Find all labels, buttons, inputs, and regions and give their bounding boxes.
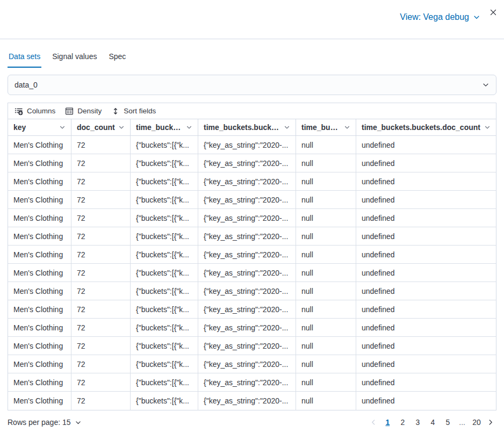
chevron-down-icon[interactable] xyxy=(186,124,192,131)
table-cell[interactable]: undefined xyxy=(356,300,496,318)
tab-spec[interactable]: Spec xyxy=(107,50,127,68)
table-cell[interactable]: Men's Clothing xyxy=(8,319,71,336)
view-selector-button[interactable]: View: Vega debug xyxy=(397,12,484,23)
table-cell[interactable]: {"key_as_string":"2020-... xyxy=(198,264,296,282)
table-cell[interactable]: {"key_as_string":"2020-... xyxy=(198,373,296,391)
table-cell[interactable]: {"buckets":[{"k... xyxy=(131,300,198,318)
table-cell[interactable]: {"key_as_string":"2020-... xyxy=(198,209,296,227)
table-cell[interactable]: null xyxy=(296,191,356,208)
density-button[interactable]: Density xyxy=(65,107,102,116)
table-cell[interactable]: null xyxy=(296,373,356,391)
table-cell[interactable]: 72 xyxy=(71,264,131,282)
next-page-icon[interactable] xyxy=(485,415,496,429)
table-cell[interactable]: 72 xyxy=(71,172,131,190)
rows-per-page-button[interactable]: Rows per page: 15 xyxy=(8,418,82,427)
table-cell[interactable]: {"buckets":[{"k... xyxy=(131,154,198,172)
table-cell[interactable]: Men's Clothing xyxy=(8,392,71,410)
page-button-4[interactable]: 4 xyxy=(426,415,440,429)
table-cell[interactable]: Men's Clothing xyxy=(8,337,71,355)
table-cell[interactable]: null xyxy=(296,337,356,355)
table-cell[interactable]: Men's Clothing xyxy=(8,172,71,190)
table-cell[interactable]: null xyxy=(296,246,356,263)
dataset-select[interactable]: data_0 xyxy=(8,75,496,95)
table-cell[interactable]: undefined xyxy=(356,191,496,208)
table-cell[interactable]: undefined xyxy=(356,136,496,154)
table-cell[interactable]: Men's Clothing xyxy=(8,136,71,154)
table-cell[interactable]: 72 xyxy=(71,300,131,318)
table-cell[interactable]: {"buckets":[{"k... xyxy=(131,136,198,154)
table-cell[interactable]: 72 xyxy=(71,191,131,208)
table-cell[interactable]: {"buckets":[{"k... xyxy=(131,282,198,300)
chevron-down-icon[interactable] xyxy=(344,124,350,131)
table-cell[interactable]: undefined xyxy=(356,154,496,172)
table-cell[interactable]: null xyxy=(296,209,356,227)
table-cell[interactable]: {"key_as_string":"2020-... xyxy=(198,300,296,318)
table-cell[interactable]: undefined xyxy=(356,246,496,263)
table-cell[interactable]: {"buckets":[{"k... xyxy=(131,246,198,263)
table-cell[interactable]: Men's Clothing xyxy=(8,300,71,318)
table-cell[interactable]: {"buckets":[{"k... xyxy=(131,392,198,410)
table-cell[interactable]: Men's Clothing xyxy=(8,154,71,172)
close-icon[interactable] xyxy=(488,6,500,18)
tab-signal-values[interactable]: Signal values xyxy=(51,50,98,68)
table-cell[interactable]: undefined xyxy=(356,282,496,300)
table-cell[interactable]: {"key_as_string":"2020-... xyxy=(198,355,296,373)
table-cell[interactable]: 72 xyxy=(71,209,131,227)
table-cell[interactable]: Men's Clothing xyxy=(8,227,71,245)
table-cell[interactable]: undefined xyxy=(356,392,496,410)
table-cell[interactable]: undefined xyxy=(356,264,496,282)
sort-fields-button[interactable]: Sort fields xyxy=(111,107,156,116)
table-cell[interactable]: {"key_as_string":"2020-... xyxy=(198,227,296,245)
table-cell[interactable]: {"buckets":[{"k... xyxy=(131,191,198,208)
table-cell[interactable]: Men's Clothing xyxy=(8,282,71,300)
table-cell[interactable]: null xyxy=(296,264,356,282)
table-cell[interactable]: 72 xyxy=(71,154,131,172)
table-cell[interactable]: {"key_as_string":"2020-... xyxy=(198,392,296,410)
column-header-time-buckets-buckets[interactable]: time_buckets.buckets xyxy=(198,119,296,135)
table-cell[interactable]: undefined xyxy=(356,373,496,391)
table-cell[interactable]: Men's Clothing xyxy=(8,264,71,282)
table-cell[interactable]: Men's Clothing xyxy=(8,191,71,208)
column-header-time-buck[interactable]: time_buck... xyxy=(296,119,356,135)
table-cell[interactable]: {"buckets":[{"k... xyxy=(131,172,198,190)
page-button-2[interactable]: 2 xyxy=(395,415,409,429)
table-cell[interactable]: {"buckets":[{"k... xyxy=(131,355,198,373)
table-cell[interactable]: {"key_as_string":"2020-... xyxy=(198,172,296,190)
table-cell[interactable]: null xyxy=(296,319,356,336)
tab-data-sets[interactable]: Data sets xyxy=(8,50,41,68)
column-header-key[interactable]: key xyxy=(8,119,71,135)
table-cell[interactable]: 72 xyxy=(71,392,131,410)
table-cell[interactable]: null xyxy=(296,136,356,154)
page-button-20[interactable]: 20 xyxy=(470,415,484,429)
table-cell[interactable]: {"key_as_string":"2020-... xyxy=(198,282,296,300)
table-cell[interactable]: undefined xyxy=(356,209,496,227)
column-header-doc-count[interactable]: doc_count xyxy=(71,119,131,135)
table-cell[interactable]: Men's Clothing xyxy=(8,373,71,391)
table-cell[interactable]: null xyxy=(296,172,356,190)
table-cell[interactable]: undefined xyxy=(356,355,496,373)
table-cell[interactable]: 72 xyxy=(71,337,131,355)
columns-button[interactable]: Columns xyxy=(15,107,55,116)
table-cell[interactable]: {"buckets":[{"k... xyxy=(131,227,198,245)
table-cell[interactable]: {"buckets":[{"k... xyxy=(131,373,198,391)
table-cell[interactable]: null xyxy=(296,355,356,373)
chevron-down-icon[interactable] xyxy=(484,124,491,131)
table-cell[interactable]: 72 xyxy=(71,282,131,300)
table-cell[interactable]: undefined xyxy=(356,227,496,245)
table-cell[interactable]: {"key_as_string":"2020-... xyxy=(198,191,296,208)
table-cell[interactable]: 72 xyxy=(71,136,131,154)
table-cell[interactable]: 72 xyxy=(71,373,131,391)
chevron-down-icon[interactable] xyxy=(118,124,125,131)
table-cell[interactable]: 72 xyxy=(71,227,131,245)
page-button-1[interactable]: 1 xyxy=(380,415,394,429)
column-header-time-buckets[interactable]: time_buckets xyxy=(131,119,198,135)
table-cell[interactable]: {"key_as_string":"2020-... xyxy=(198,136,296,154)
page-button-3[interactable]: 3 xyxy=(411,415,424,429)
table-cell[interactable]: {"buckets":[{"k... xyxy=(131,319,198,336)
table-cell[interactable]: null xyxy=(296,154,356,172)
table-cell[interactable]: {"buckets":[{"k... xyxy=(131,264,198,282)
table-cell[interactable]: {"buckets":[{"k... xyxy=(131,209,198,227)
table-cell[interactable]: 72 xyxy=(71,355,131,373)
column-header-time-buckets-buckets-doc-count[interactable]: time_buckets.buckets.doc_count xyxy=(356,119,496,135)
table-cell[interactable]: undefined xyxy=(356,172,496,190)
